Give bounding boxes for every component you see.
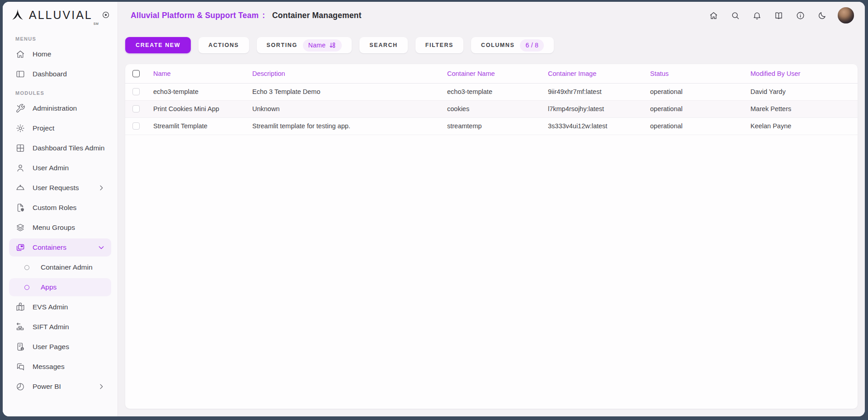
- row-checkbox[interactable]: [132, 122, 140, 130]
- bell-icon[interactable]: [752, 11, 762, 20]
- sidebar-item-dashboard[interactable]: Dashboard: [9, 65, 111, 83]
- row-checkbox[interactable]: [132, 105, 140, 112]
- cell-status: operational: [643, 100, 743, 117]
- nav-section-menus: MENUS: [15, 36, 114, 42]
- column-header-status[interactable]: Status: [643, 64, 743, 83]
- sidebar-item-project[interactable]: Project: [9, 119, 111, 137]
- radio-bullet-icon: [24, 265, 29, 270]
- pie-chart-icon: [15, 382, 25, 392]
- containers-icon: [15, 243, 25, 252]
- sidebar-item-power-bi[interactable]: Power BI: [9, 378, 111, 396]
- brand-wordmark: ALLUVIAL: [29, 9, 93, 22]
- column-header-name[interactable]: Name: [146, 64, 245, 83]
- column-header-description[interactable]: Description: [245, 64, 440, 83]
- sidebar-item-container-admin[interactable]: Container Admin: [9, 258, 111, 276]
- sidebar-item-administration[interactable]: Administration: [9, 99, 111, 117]
- cell-modified-by: David Yardy: [743, 83, 858, 100]
- cell-status: operational: [643, 83, 743, 100]
- table-card: Name Description Container Name Containe…: [125, 64, 858, 409]
- columns-button[interactable]: COLUMNS 6 / 8: [471, 37, 554, 53]
- cell-container-name: echo3-template: [440, 83, 541, 100]
- alluvial-logo-icon: [11, 8, 24, 22]
- sidebar-item-user-requests[interactable]: User Requests: [9, 179, 111, 197]
- layers-icon: [15, 223, 25, 233]
- column-header-container-image[interactable]: Container Image: [541, 64, 643, 83]
- cell-description: Unknown: [245, 100, 440, 117]
- sidebar-item-home[interactable]: Home: [9, 45, 111, 63]
- containers-table: Name Description Container Name Containe…: [125, 64, 858, 135]
- columns-count-badge: 6 / 8: [520, 39, 544, 51]
- nav-section-modules: MODULES: [15, 90, 114, 97]
- gear-icon: [15, 123, 25, 133]
- app-window: ALLUVIAL SM MENUS Home Dashboard MODULES…: [3, 2, 865, 416]
- sorting-button[interactable]: SORTING Name: [257, 37, 352, 53]
- table-row[interactable]: echo3-template Echo 3 Template Demo echo…: [125, 83, 858, 100]
- map-pin-icon: [15, 302, 25, 312]
- breadcrumb[interactable]: Alluvial Platform & Support Team: [131, 11, 259, 20]
- cell-status: operational: [643, 117, 743, 135]
- create-new-button[interactable]: CREATE NEW: [125, 37, 191, 53]
- sidebar-item-messages[interactable]: Messages: [9, 358, 111, 376]
- sidebar-item-user-admin[interactable]: User Admin: [9, 159, 111, 177]
- sidebar-item-apps[interactable]: Apps: [9, 278, 111, 296]
- main-content: Alluvial Platform & Support Team : Conta…: [118, 2, 865, 416]
- brand-trademark: SM: [94, 22, 99, 25]
- sidebar-item-sift-admin[interactable]: SIFT Admin: [9, 318, 111, 336]
- user-avatar[interactable]: [838, 7, 854, 23]
- toolbar: CREATE NEW ACTIONS SORTING Name SEARCH F…: [125, 37, 858, 53]
- sidebar: ALLUVIAL SM MENUS Home Dashboard MODULES…: [3, 2, 118, 416]
- book-open-icon[interactable]: [774, 11, 783, 20]
- cell-container-image: 9iir49xhr7mf:latest: [541, 83, 643, 100]
- row-checkbox[interactable]: [132, 88, 140, 95]
- radio-bullet-icon: [24, 285, 29, 290]
- column-header-modified-by-user[interactable]: Modified By User: [743, 64, 858, 83]
- sorting-value-pill: Name: [303, 39, 342, 51]
- tools-icon: [15, 103, 25, 113]
- sidebar-nav: MENUS Home Dashboard MODULES Administrat…: [3, 28, 118, 416]
- sidebar-item-dashboard-tiles-admin[interactable]: Dashboard Tiles Admin: [9, 139, 111, 157]
- cell-container-name: streamtemp: [440, 117, 541, 135]
- column-header-container-name[interactable]: Container Name: [440, 64, 541, 83]
- dashboard-icon: [15, 69, 25, 79]
- cell-description: Streamlit template for testing app.: [245, 117, 440, 135]
- actions-button[interactable]: ACTIONS: [198, 37, 249, 53]
- messages-icon: [15, 362, 25, 372]
- search-icon[interactable]: [731, 11, 740, 20]
- select-all-checkbox[interactable]: [132, 70, 140, 77]
- sift-icon: [15, 322, 25, 332]
- filters-button[interactable]: FILTERS: [415, 37, 463, 53]
- file-info-icon: [15, 342, 25, 352]
- sidebar-item-user-pages[interactable]: User Pages: [9, 338, 111, 356]
- cell-name: Streamlit Template: [146, 117, 245, 135]
- cell-modified-by: Keelan Payne: [743, 117, 858, 135]
- sidebar-collapse-icon[interactable]: [101, 10, 110, 19]
- topbar: Alluvial Platform & Support Team : Conta…: [118, 2, 865, 29]
- user-icon: [15, 163, 25, 173]
- file-shield-icon: [15, 203, 25, 213]
- page-title: Container Management: [272, 11, 362, 20]
- cell-name: echo3-template: [146, 83, 245, 100]
- info-icon[interactable]: [796, 11, 805, 20]
- search-button[interactable]: SEARCH: [359, 37, 407, 53]
- sidebar-item-custom-roles[interactable]: Custom Roles: [9, 199, 111, 217]
- sidebar-item-evs-admin[interactable]: EVS Admin: [9, 298, 111, 316]
- sidebar-header: ALLUVIAL SM: [3, 2, 118, 28]
- sidebar-item-containers[interactable]: Containers: [9, 238, 111, 257]
- cell-description: Echo 3 Template Demo: [245, 83, 440, 100]
- table-row[interactable]: Streamlit Template Streamlit template fo…: [125, 117, 858, 135]
- cloche-icon: [15, 183, 25, 193]
- sidebar-item-menu-groups[interactable]: Menu Groups: [9, 219, 111, 237]
- cell-container-image: l7kmp4rsojhy:latest: [541, 100, 643, 117]
- home-icon[interactable]: [709, 11, 718, 20]
- cell-container-image: 3s333v4ui12w:latest: [541, 117, 643, 135]
- chevron-down-icon: [98, 244, 105, 251]
- dark-mode-moon-icon[interactable]: [817, 11, 827, 20]
- sort-descending-icon: [329, 42, 336, 49]
- home-icon: [15, 49, 25, 59]
- grid-icon: [15, 143, 25, 153]
- chevron-right-icon: [98, 383, 105, 390]
- table-row[interactable]: Print Cookies Mini App Unknown cookies l…: [125, 100, 858, 117]
- table-header-row: Name Description Container Name Containe…: [125, 64, 858, 83]
- breadcrumb-separator: :: [262, 11, 265, 20]
- cell-modified-by: Marek Petters: [743, 100, 858, 117]
